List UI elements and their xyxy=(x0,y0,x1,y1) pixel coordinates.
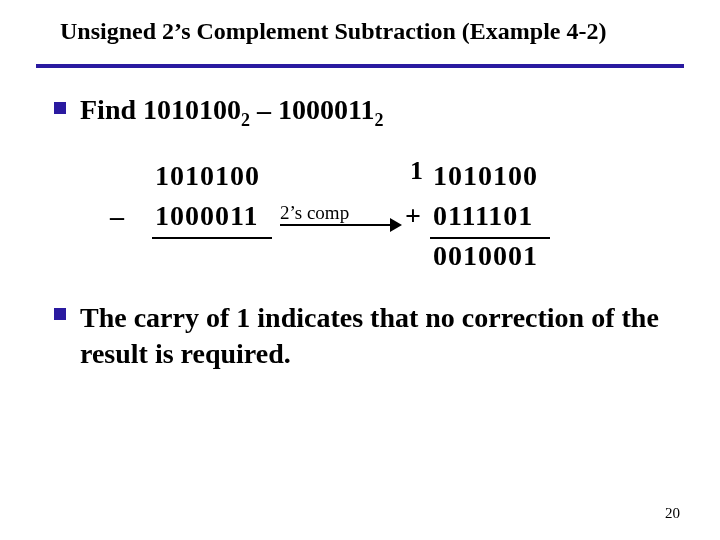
bullet-find: Find 10101002 – 10000112 xyxy=(80,94,384,131)
bullet-conclusion: The carry of 1 indicates that no correct… xyxy=(80,300,680,372)
slide: Unsigned 2’s Complement Subtraction (Exa… xyxy=(0,0,720,540)
right-minuend: 1010100 xyxy=(433,160,538,192)
twos-comp-arrow: 2’s comp xyxy=(280,206,400,234)
arrow-head-icon xyxy=(390,218,402,232)
arrow-label: 2’s comp xyxy=(280,202,349,224)
left-subtrahend: 1000011 xyxy=(155,200,258,232)
arrow-line-icon xyxy=(280,224,392,226)
right-addend: 0111101 xyxy=(433,200,533,232)
bullet-square-icon xyxy=(54,308,66,320)
minus-sign: – xyxy=(110,200,124,232)
bullet1-subtrahend-base: 2 xyxy=(375,110,384,130)
bullet1-minuend: 1010100 xyxy=(143,94,241,125)
plus-sign: + xyxy=(405,200,421,232)
bullet1-sep: – xyxy=(250,94,278,125)
bullet1-minuend-base: 2 xyxy=(241,110,250,130)
bullet-square-icon xyxy=(54,102,66,114)
bullet1-subtrahend: 1000011 xyxy=(278,94,374,125)
calc-row-1: 1010100 1 1010100 xyxy=(80,160,640,200)
title-underline xyxy=(36,64,684,68)
calc-row-3: 0010001 xyxy=(80,240,640,280)
bullet1-prefix: Find xyxy=(80,94,143,125)
slide-title: Unsigned 2’s Complement Subtraction (Exa… xyxy=(60,18,700,45)
carry-one: 1 xyxy=(410,156,423,186)
left-minuend: 1010100 xyxy=(155,160,260,192)
calc-row-2: – 1000011 2’s comp + 0111101 xyxy=(80,200,640,240)
calculation-block: 1010100 1 1010100 – 1000011 2’s comp + 0… xyxy=(80,160,640,280)
right-underline xyxy=(430,237,550,239)
page-number: 20 xyxy=(665,505,680,522)
result-value: 0010001 xyxy=(433,240,538,272)
bullet2-text: The carry of 1 indicates that no correct… xyxy=(80,302,659,369)
left-underline xyxy=(152,237,272,239)
